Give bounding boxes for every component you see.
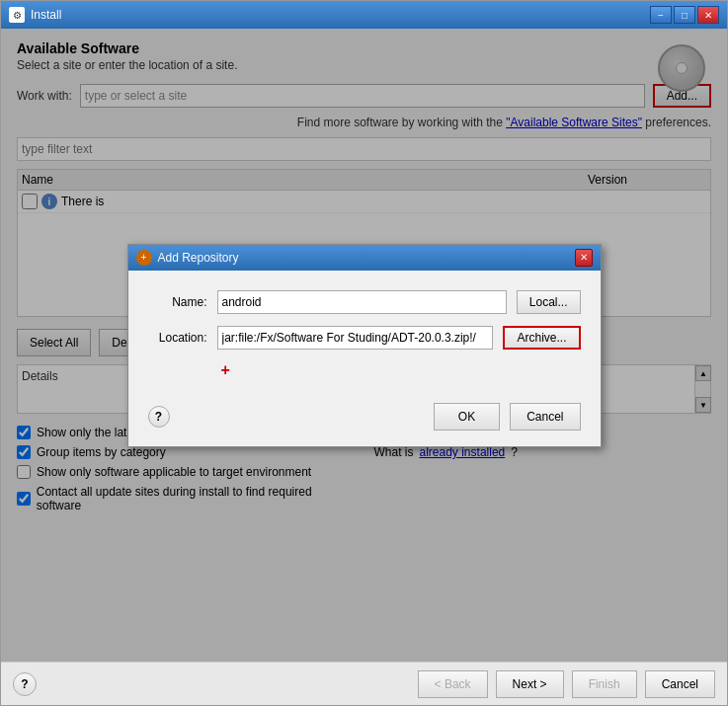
modal-overlay: + Add Repository ✕ Name: Local... — [1, 29, 727, 662]
modal-help-button[interactable]: ? — [148, 406, 170, 428]
modal-cancel-button[interactable]: Cancel — [510, 403, 580, 431]
archive-button[interactable]: Archive... — [503, 326, 580, 350]
footer-left: ? — [13, 672, 37, 696]
modal-location-label: Location: — [148, 331, 207, 345]
add-repo-icon: + — [136, 250, 152, 266]
modal-title-area: + Add Repository — [136, 250, 239, 266]
modal-name-label: Name: — [148, 295, 207, 309]
modal-name-input[interactable] — [217, 290, 507, 314]
add-repository-modal: + Add Repository ✕ Name: Local... — [127, 244, 602, 447]
modal-titlebar: + Add Repository ✕ — [128, 245, 601, 271]
modal-footer-left: ? — [148, 406, 170, 428]
titlebar-controls: − □ ✕ — [650, 6, 719, 24]
modal-location-row: Location: Archive... — [148, 326, 581, 350]
help-button[interactable]: ? — [13, 672, 37, 696]
cancel-button[interactable]: Cancel — [645, 670, 715, 698]
plus-icon: + — [221, 361, 230, 379]
modal-footer-buttons: OK Cancel — [434, 403, 581, 431]
close-button[interactable]: ✕ — [697, 6, 719, 24]
window-title: Install — [31, 8, 61, 22]
local-button[interactable]: Local... — [517, 290, 581, 314]
plus-icon-row: + — [148, 361, 581, 379]
modal-name-row: Name: Local... — [148, 290, 581, 314]
finish-button[interactable]: Finish — [572, 670, 637, 698]
main-window: ⚙ Install − □ ✕ Available Software Selec… — [0, 0, 728, 706]
modal-footer: ? OK Cancel — [128, 395, 601, 446]
footer-buttons: < Back Next > Finish Cancel — [418, 670, 715, 698]
main-content: Available Software Select a site or ente… — [1, 29, 727, 662]
back-button[interactable]: < Back — [418, 670, 488, 698]
next-button[interactable]: Next > — [496, 670, 564, 698]
titlebar-title: ⚙ Install — [9, 7, 61, 23]
modal-title: Add Repository — [158, 251, 239, 265]
modal-body: Name: Local... Location: Archive... + — [128, 271, 601, 395]
window-icon: ⚙ — [9, 7, 25, 23]
modal-ok-button[interactable]: OK — [434, 403, 500, 431]
modal-close-button[interactable]: ✕ — [575, 249, 593, 267]
maximize-button[interactable]: □ — [674, 6, 695, 24]
minimize-button[interactable]: − — [650, 6, 672, 24]
titlebar: ⚙ Install − □ ✕ — [1, 1, 727, 29]
modal-location-input[interactable] — [217, 326, 494, 350]
footer: ? < Back Next > Finish Cancel — [1, 662, 727, 705]
